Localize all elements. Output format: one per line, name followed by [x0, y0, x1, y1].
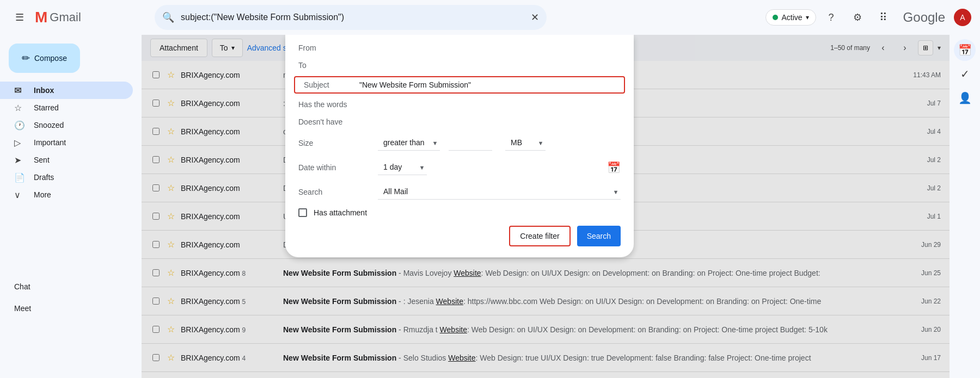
sidebar-item-important[interactable]: ▷ Important [0, 134, 133, 151]
subject-label: Subject [299, 80, 359, 89]
email-time: Jul 1 [908, 213, 941, 220]
table-row[interactable]: ☆ BRIXAgency.com 9 New Website Form Subm… [142, 315, 950, 344]
sender-name: BRIXAgency.com 4 [181, 354, 279, 362]
doesnt-have-row: Doesn't have [285, 113, 634, 131]
prev-page-button[interactable]: ‹ [874, 39, 892, 57]
to-input[interactable] [378, 61, 621, 70]
next-page-button[interactable]: › [896, 39, 914, 57]
attachment-filter-button[interactable]: Attachment [150, 39, 207, 57]
tasks-panel-icon[interactable]: ✓ [954, 63, 976, 85]
website-link: Website [440, 325, 467, 334]
sender-name: BRIXAgency.com 8 [181, 269, 279, 277]
star-button[interactable]: ☆ [166, 70, 176, 80]
subject-highlight: New Website Form Submission [283, 297, 396, 306]
star-button[interactable]: ☆ [166, 296, 176, 307]
row-checkbox[interactable] [150, 126, 161, 137]
star-button[interactable]: ☆ [166, 352, 176, 363]
gmail-m-icon: M [35, 9, 47, 26]
sidebar-item-inbox[interactable]: ✉ Inbox [0, 82, 133, 99]
has-words-input[interactable] [378, 100, 621, 109]
sidebar-item-more[interactable]: ∨ More [0, 186, 133, 203]
row-checkbox[interactable] [150, 98, 161, 109]
row-checkbox[interactable] [150, 239, 161, 250]
row-checkbox[interactable] [150, 296, 161, 307]
search-button[interactable]: Search [577, 226, 621, 246]
date-select[interactable]: 1 day 3 days 1 week 2 weeks 1 month [378, 159, 427, 175]
search-in-label: Search [298, 188, 369, 196]
menu-button[interactable]: ☰ [9, 7, 30, 28]
settings-button[interactable]: ⚙ [847, 7, 868, 28]
star-button[interactable]: ☆ [166, 98, 176, 109]
gmail-logo: M Gmail [35, 9, 81, 26]
gmail-text: Gmail [50, 10, 81, 24]
table-row[interactable]: ☆ BRIXAgency.com 5 New Website Form Subm… [142, 287, 950, 315]
calendar-panel-icon[interactable]: 📅 [954, 39, 976, 61]
sender-name: BRIXAgency.com [181, 71, 279, 79]
drafts-icon: 📄 [14, 172, 25, 183]
star-button[interactable]: ☆ [166, 211, 176, 222]
chat-label[interactable]: Chat [0, 282, 30, 291]
settings-icon: ⚙ [853, 11, 862, 23]
sidebar-label-important: Important [34, 138, 124, 147]
size-operator-wrap: greater than less than ▾ [378, 135, 440, 151]
has-words-row: Has the words [285, 96, 634, 113]
status-dot-icon [773, 15, 778, 20]
sidebar-item-drafts[interactable]: 📄 Drafts [0, 169, 133, 186]
sidebar-label-drafts: Drafts [34, 173, 124, 182]
contacts-panel-icon[interactable]: 👤 [954, 87, 976, 109]
star-button[interactable]: ☆ [166, 324, 176, 335]
compose-button[interactable]: ✏ Compose [9, 44, 80, 73]
meet-label[interactable]: Meet [0, 304, 31, 313]
has-attachment-checkbox[interactable] [298, 208, 307, 217]
table-row[interactable]: ☆ BRIXAgency.com 17 New Website Form Sub… [142, 372, 950, 378]
doesnt-have-input[interactable] [378, 117, 621, 126]
row-checkbox[interactable] [150, 352, 161, 363]
search-dropdown: From To Subject Has the words Doesn't ha… [285, 35, 634, 257]
star-button[interactable]: ☆ [166, 239, 176, 250]
email-snippet: New Website Form Submission - : Jesenia … [283, 297, 899, 306]
main-layout: ✏ Compose ✉ Inbox ☆ Starred 🕐 Snoozed ▷ … [0, 35, 980, 378]
size-unit-select[interactable]: MB KB Bytes [505, 135, 546, 151]
size-operator-select[interactable]: greater than less than [378, 135, 440, 151]
search-clear-button[interactable]: ✕ [531, 11, 539, 23]
star-button[interactable]: ☆ [166, 183, 176, 194]
avatar[interactable]: A [954, 9, 971, 26]
table-row[interactable]: ☆ BRIXAgency.com 4 New Website Form Subm… [142, 344, 950, 372]
star-button[interactable]: ☆ [166, 126, 176, 137]
apps-button[interactable]: ⠿ [873, 7, 895, 28]
to-filter-button[interactable]: To ▾ [212, 39, 243, 57]
right-panel: 📅 ✓ 👤 [950, 35, 980, 378]
help-button[interactable]: ? [820, 7, 842, 28]
email-snippet: New Website Form Submission - Selo Studi… [283, 354, 899, 362]
row-checkbox[interactable] [150, 268, 161, 278]
search-input[interactable] [155, 5, 547, 30]
subject-highlight: New Website Form Submission [283, 269, 396, 277]
date-label: Date within [298, 163, 369, 172]
sidebar-item-starred[interactable]: ☆ Starred [0, 99, 133, 116]
sidebar-item-snoozed[interactable]: 🕐 Snoozed [0, 116, 133, 134]
attachment-label: Attachment [160, 44, 198, 52]
search-in-wrap: All Mail Inbox Starred Sent Drafts ▾ [378, 184, 621, 200]
star-button[interactable]: ☆ [166, 154, 176, 165]
from-input[interactable] [378, 44, 621, 52]
status-button[interactable]: Active ▾ [765, 9, 816, 26]
row-checkbox[interactable] [150, 70, 161, 80]
row-checkbox[interactable] [150, 154, 161, 165]
sidebar-label-inbox: Inbox [34, 86, 124, 95]
sidebar-item-sent[interactable]: ➤ Sent [0, 151, 133, 169]
dropdown-actions: Create filter Search [285, 221, 634, 249]
search-in-select[interactable]: All Mail Inbox Starred Sent Drafts [378, 184, 621, 200]
toolbar-right: 1–50 of many ‹ › ⊞ ▾ [826, 39, 941, 57]
table-row[interactable]: ☆ BRIXAgency.com 8 New Website Form Subm… [142, 259, 950, 287]
create-filter-button[interactable]: Create filter [509, 226, 570, 246]
content-area: Attachment To ▾ Advanced search 1–50 of … [142, 35, 950, 378]
calendar-icon[interactable]: 📅 [607, 161, 621, 174]
star-button[interactable]: ☆ [166, 268, 176, 278]
row-checkbox[interactable] [150, 211, 161, 222]
subject-input[interactable] [359, 80, 620, 89]
size-number-input[interactable] [449, 135, 492, 151]
row-checkbox[interactable] [150, 324, 161, 335]
row-checkbox[interactable] [150, 183, 161, 194]
view-toggle-button[interactable]: ⊞ [918, 40, 933, 55]
snoozed-icon: 🕐 [14, 120, 25, 131]
